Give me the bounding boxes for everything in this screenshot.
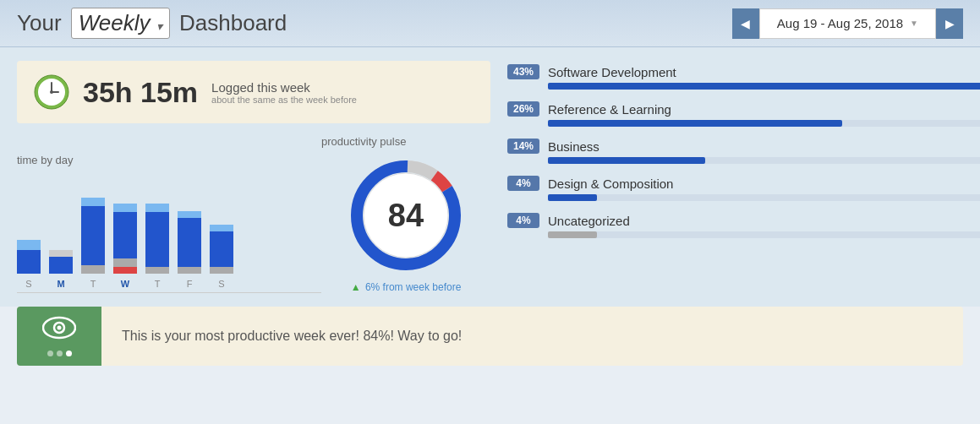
bar-group-m: M [49, 250, 73, 289]
category-bar-track-0 [548, 83, 980, 90]
bar-label-s2: S [210, 279, 233, 289]
footer-dots [47, 351, 72, 356]
bar-stack-w [113, 204, 137, 274]
bar-group-t1: T [81, 198, 105, 289]
bar-label-s1: S [17, 279, 41, 289]
donut-chart: 84 [347, 156, 465, 275]
next-week-button[interactable]: ▶ [936, 8, 963, 39]
bar-stack-s1 [17, 240, 41, 274]
category-name-3: Design & Composition [548, 177, 673, 191]
productivity-pulse: productivity pulse [321, 135, 490, 293]
category-bar-track-4 [548, 231, 980, 238]
bar-s1-main [17, 250, 41, 274]
bar-t2-productive [145, 204, 169, 212]
category-header-4: 4%Uncategorized [507, 213, 980, 228]
category-item-4: 4%Uncategorized [507, 213, 980, 238]
category-item-1: 26%Reference & Learning [507, 101, 980, 127]
time-by-day-chart: time by day S [17, 154, 321, 293]
category-name-0: Software Development [548, 65, 676, 79]
time-by-day-title: time by day [17, 154, 321, 166]
bar-stack-f [178, 211, 201, 274]
date-dropdown-icon: ▼ [910, 19, 918, 28]
category-bar-fill-0 [548, 83, 980, 90]
bar-group-s1: S [17, 240, 41, 289]
bar-label-m: M [49, 279, 73, 289]
bar-stack-t1 [81, 198, 105, 274]
time-label: Logged this week [211, 80, 357, 95]
category-item-0: 43%Software Development [507, 64, 980, 90]
time-info: Logged this week about the same as the w… [211, 80, 357, 105]
category-name-1: Reference & Learning [548, 102, 671, 117]
bar-t1-main [81, 206, 105, 265]
eye-icon [42, 316, 76, 345]
category-item-2: 14%Business [507, 139, 980, 164]
category-bar-fill-3 [548, 194, 597, 201]
svg-point-4 [50, 90, 53, 94]
category-bar-fill-4 [548, 231, 597, 238]
category-pct-0: 43% [507, 64, 539, 79]
bar-s2-main [210, 231, 233, 267]
category-header-3: 4%Design & Composition [507, 176, 980, 191]
title-weekly[interactable]: Weekly ▾ [71, 8, 170, 39]
bar-f-neutral [178, 267, 201, 274]
category-bar-fill-1 [548, 120, 842, 127]
date-navigation: ◀ Aug 19 - Aug 25, 2018 ▼ ▶ [732, 8, 963, 39]
category-bar-track-1 [548, 120, 980, 127]
main-content: 35h 15m Logged this week about the same … [0, 47, 980, 307]
bar-stack-m [49, 250, 73, 274]
page-title: Your Weekly ▾ Dashboard [17, 8, 287, 39]
donut-score: 84 [388, 198, 424, 234]
footer-dot-2 [57, 351, 63, 356]
time-logged-card: 35h 15m Logged this week about the same … [17, 61, 490, 123]
bar-stack-t2 [145, 204, 169, 274]
title-suffix: Dashboard [179, 10, 287, 35]
bar-t2-main [145, 212, 169, 267]
category-pct-2: 14% [507, 139, 539, 154]
bar-m-main [49, 257, 73, 274]
footer-notification: This is your most productive week ever! … [17, 307, 963, 366]
bar-label-f: F [178, 279, 201, 289]
trend-up-icon: ▲ [351, 281, 361, 293]
bar-s1-productive [17, 240, 41, 250]
bar-t1-neutral [81, 265, 105, 274]
pulse-trend: ▲ 6% from week before [351, 281, 462, 293]
left-panel: 35h 15m Logged this week about the same … [17, 61, 490, 293]
category-header-0: 43%Software Development [507, 64, 980, 79]
category-pct-1: 26% [507, 101, 539, 117]
title-prefix: Your [17, 10, 62, 35]
footer-message-text: This is your most productive week ever! … [101, 307, 482, 366]
bar-label-w: W [113, 279, 137, 289]
bar-w-neutral [113, 258, 137, 267]
pulse-title: productivity pulse [321, 135, 406, 148]
category-pct-3: 4% [507, 176, 539, 191]
category-bar-track-2 [548, 157, 980, 164]
bar-s2-neutral [210, 267, 233, 274]
bar-label-t2: T [145, 279, 169, 289]
pulse-trend-text: 6% from week before [365, 281, 461, 293]
charts-row: time by day S [17, 135, 490, 293]
bar-group-f: F [178, 211, 201, 289]
category-pct-4: 4% [507, 213, 539, 228]
prev-week-button[interactable]: ◀ [732, 8, 759, 39]
bar-f-main [178, 218, 201, 267]
bar-w-productive [113, 204, 137, 212]
right-panel: 43%Software Development26%Reference & Le… [507, 61, 980, 293]
bar-w-distracting [113, 267, 137, 274]
bar-t1-productive [81, 198, 105, 206]
category-name-2: Business [548, 139, 599, 154]
category-bar-track-3 [548, 194, 980, 201]
footer-dot-3 [66, 351, 72, 356]
category-item-3: 4%Design & Composition [507, 176, 980, 201]
bar-label-t1: T [81, 279, 105, 289]
time-logged-value: 35h 15m [83, 76, 198, 109]
date-range-display: Aug 19 - Aug 25, 2018 ▼ [759, 8, 936, 39]
weekly-dropdown-icon: ▾ [156, 19, 162, 33]
date-range-text: Aug 19 - Aug 25, 2018 [777, 16, 903, 30]
bar-w-main [113, 212, 137, 258]
header: Your Weekly ▾ Dashboard ◀ Aug 19 - Aug 2… [0, 0, 980, 47]
svg-point-13 [57, 326, 62, 330]
bar-chart: S M [17, 175, 321, 293]
footer-icon-box [17, 307, 101, 366]
bar-t2-neutral [145, 267, 169, 274]
clock-icon [34, 74, 69, 110]
